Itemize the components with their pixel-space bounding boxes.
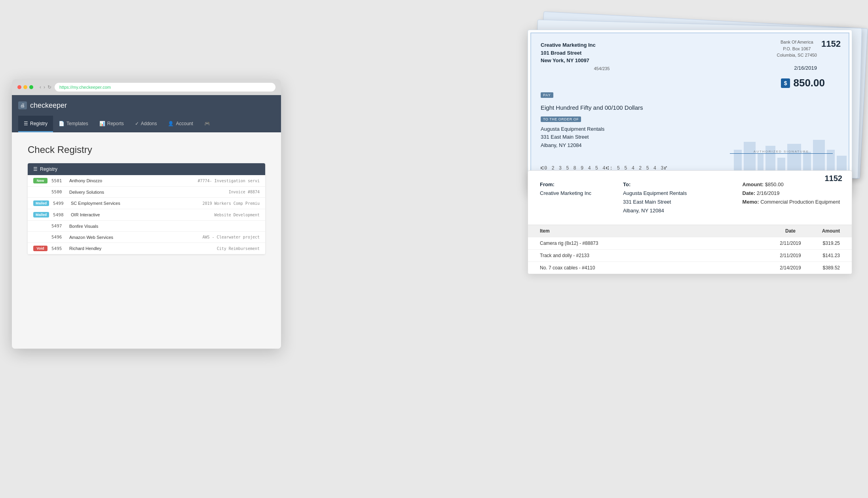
pay-label: PAY <box>541 92 553 98</box>
status-badge: New <box>33 178 47 183</box>
payee-name: Richard Hendley <box>69 246 125 251</box>
date-item: Date: 2/16/2019 <box>743 189 840 198</box>
payee-name: Delivery Solutions <box>69 190 125 195</box>
templates-icon: 📄 <box>59 121 65 126</box>
payee-name: Bonfire Visuals <box>69 224 125 229</box>
table-row: Void 5495 Richard Hendley City Reimburse… <box>28 243 265 254</box>
pay-section: PAY Eight Hundred Fifty and 00/100 Dolla… <box>541 91 839 111</box>
item-amount: $141.23 <box>808 253 840 258</box>
status-badge <box>33 191 47 193</box>
status-badge: Void <box>33 246 47 251</box>
table-row: 5497 Bonfire Visuals <box>28 221 265 232</box>
account-icon: 👤 <box>168 121 174 126</box>
nav-account[interactable]: 👤 Account <box>162 116 198 132</box>
col-amount: Amount <box>808 228 840 234</box>
registry-table: New 5501 Anthony Dinozzo #7774- Investig… <box>28 175 265 254</box>
item-date: 2/14/2019 <box>773 265 808 271</box>
memo-label: Memo: <box>743 199 759 205</box>
bank-info: Bank Of America P.O. Box 1067 Columbia, … <box>777 39 817 59</box>
extra-icon: 🎮 <box>204 121 210 126</box>
url-text: https://my.checkeeper.com <box>59 85 111 90</box>
item-name: Camera rig (8x12) - #88873 <box>540 240 773 246</box>
from-section: From: Creative Marketing Inc <box>540 180 591 215</box>
dollar-badge: $ <box>781 78 790 88</box>
browser-dot-red <box>17 85 21 89</box>
detail-table-header: Item Date Amount <box>528 225 852 237</box>
check-detail-number: 1152 <box>825 171 843 186</box>
item-amount: $389.52 <box>808 265 840 271</box>
refresh-button[interactable]: ↻ <box>47 84 51 90</box>
browser-dots <box>17 85 33 89</box>
check-detail-panel: 1152 From: Creative Marketing Inc To: Au… <box>528 170 852 274</box>
browser-nav: ‹ › ↻ <box>40 84 51 90</box>
bank-po: P.O. Box 1067 <box>777 46 817 52</box>
nav-extra[interactable]: 🎮 <box>199 116 216 132</box>
check-number: 5501 <box>51 178 65 183</box>
check-number: 5497 <box>51 223 65 229</box>
table-row: Track and dolly - #2133 2/11/2019 $141.2… <box>528 249 852 261</box>
check-number: 5495 <box>51 246 65 251</box>
browser-dot-yellow <box>23 85 27 89</box>
url-bar[interactable]: https://my.checkeeper.com <box>55 83 275 92</box>
item-date: 2/11/2019 <box>773 253 808 258</box>
check-detail-info: From: Creative Marketing Inc To: Augusta… <box>528 171 852 225</box>
from-label: From: <box>540 180 591 189</box>
table-row: No. 7 coax cables - #4110 2/14/2019 $389… <box>528 261 852 274</box>
date-value: 2/16/2019 <box>757 190 780 196</box>
payee-name: Anthony Dinozzo <box>69 178 125 183</box>
check-document: Creative Marketing Inc 101 Broad Street … <box>528 30 852 192</box>
table-row: Mailed 5499 SC Employment Services 2019 … <box>28 198 265 209</box>
status-badge: Mailed <box>33 212 49 218</box>
nav-templates[interactable]: 📄 Templates <box>53 116 94 132</box>
nav-addons[interactable]: ✓ Addons <box>129 116 163 132</box>
check-number: 5498 <box>53 212 67 218</box>
written-amount: Eight Hundred Fifty and 00/100 Dollars <box>541 104 839 111</box>
browser-dot-green <box>29 85 33 89</box>
routing-label <box>541 66 593 71</box>
memo-text: AWS - Clearwater project <box>129 235 260 239</box>
to-line2: 331 East Main Street <box>623 198 687 206</box>
registry-panel-label: Registry <box>40 166 57 172</box>
memo-text: City Reimbursement <box>129 246 260 251</box>
app-nav: ☰ Registry 📄 Templates 📊 Reports ✓ Addon… <box>12 116 281 132</box>
forward-button[interactable]: › <box>44 84 45 90</box>
payee-name: Amazon Web Services <box>69 235 125 240</box>
check-top: Creative Marketing Inc 101 Broad Street … <box>530 32 849 178</box>
memo-text: #7774- Investigation servi <box>129 179 260 183</box>
item-name: No. 7 coax cables - #4110 <box>540 265 773 271</box>
addons-icon: ✓ <box>135 121 139 126</box>
check-number: 5499 <box>53 201 67 206</box>
reports-icon: 📊 <box>99 121 105 126</box>
nav-registry[interactable]: ☰ Registry <box>18 116 53 132</box>
registry-icon: ☰ <box>24 121 28 126</box>
table-row: 5496 Amazon Web Services AWS - Clearwate… <box>28 232 265 243</box>
amount-value: $850.00 <box>765 181 784 187</box>
check-amount-box: $ 850.00 <box>781 77 825 89</box>
check-amount-value: 850.00 <box>793 77 825 89</box>
registry-panel-icon: ☰ <box>33 166 38 172</box>
nav-reports[interactable]: 📊 Reports <box>94 116 129 132</box>
browser-chrome: ‹ › ↻ https://my.checkeeper.com <box>12 79 281 95</box>
memo-value: Commercial Production Equipment <box>760 199 840 205</box>
memo-item: Memo: Commercial Production Equipment <box>743 198 840 206</box>
payee-name: SC Employment Services <box>71 201 126 206</box>
nav-account-label: Account <box>176 121 193 126</box>
item-name: Track and dolly - #2133 <box>540 253 773 258</box>
status-badge <box>33 225 47 227</box>
table-row: 5500 Delivery Solutions Invoice #8874 <box>28 187 265 198</box>
registry-panel-header: ☰ Registry <box>28 163 265 175</box>
nav-addons-label: Addons <box>141 121 157 126</box>
browser-content: Check Registry ☰ Registry New 5501 Antho… <box>12 132 281 349</box>
logo-icon: 🖨 <box>18 101 27 109</box>
nav-reports-label: Reports <box>107 121 124 126</box>
check-number-display: 1152 <box>821 39 841 49</box>
memo-text: 2019 Workers Comp Premiu <box>130 201 260 206</box>
registry-panel: ☰ Registry New 5501 Anthony Dinozzo #777… <box>28 163 265 254</box>
memo-text: Invoice #8874 <box>129 190 260 194</box>
check-number: 5496 <box>51 235 65 240</box>
bank-city: Columbia, SC 27450 <box>777 52 817 59</box>
back-button[interactable]: ‹ <box>40 84 41 90</box>
routing-value: 454/235 <box>594 66 610 71</box>
app-header: 🖨 checkeeper <box>12 95 281 116</box>
check-date: 2/16/2019 <box>794 65 817 71</box>
